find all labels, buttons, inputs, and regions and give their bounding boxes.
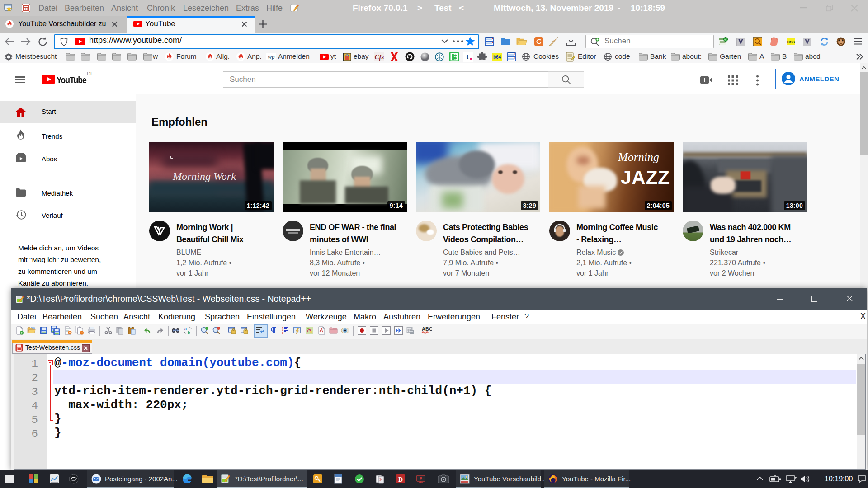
svg-text:b64: b64 (493, 55, 501, 60)
svg-text:CSS: CSS (787, 40, 795, 44)
svg-text:t: t (466, 53, 469, 61)
svg-text:wp: wp (268, 53, 275, 60)
svg-text:Cfs: Cfs (375, 53, 384, 61)
svg-text:ABC: ABC (422, 326, 432, 332)
svg-text:D: D (398, 476, 403, 483)
svg-text:a: a (184, 327, 187, 331)
svg-text:b: b (188, 330, 190, 335)
